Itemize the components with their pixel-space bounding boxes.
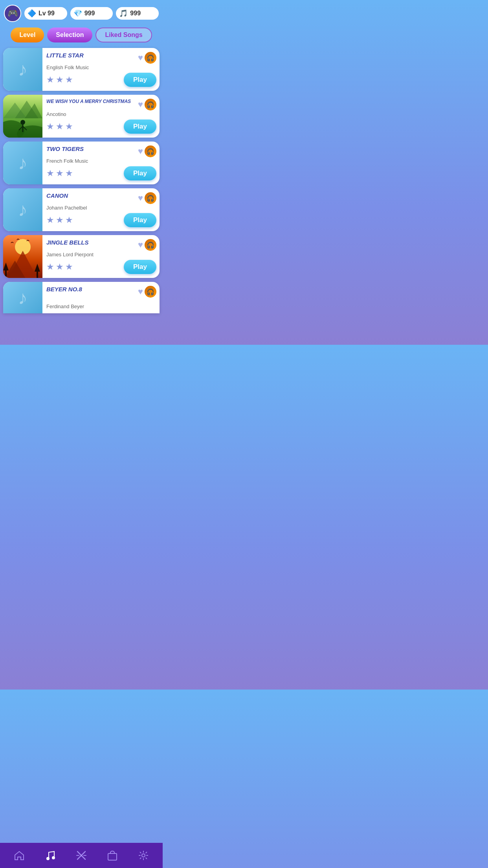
song-title-two-tigers: TWO TIGERS [46, 145, 138, 153]
song-info-little-star: LITTLE STAR ♥ 🎧 English Folk Music ★ ★ ★… [42, 48, 160, 91]
song-title-jingle-bells: JINGLE BELLS [46, 239, 138, 246]
song-thumb-beyer: ♪ [3, 282, 42, 313]
star-3: ★ [65, 168, 73, 178]
tab-row: Level Selection Liked Songs [0, 25, 163, 48]
headphone-badge[interactable]: 🎧 [145, 52, 156, 64]
headphone-badge-jingle[interactable]: 🎧 [145, 239, 156, 251]
jingle-scene [3, 235, 42, 278]
heart-icon[interactable]: ♥ [138, 53, 143, 63]
play-button-jingle-bells[interactable]: Play [124, 260, 156, 274]
star-2: ★ [56, 75, 64, 85]
svg-point-4 [20, 120, 25, 125]
song-actions-beyer: ♥ 🎧 [138, 286, 156, 298]
star-3: ★ [65, 262, 73, 272]
song-artist-beyer: Ferdinand Beyer [46, 303, 156, 309]
song-thumb-we-wish [3, 95, 42, 138]
song-actions-canon: ♥ 🎧 [138, 192, 156, 204]
heart-icon-jingle[interactable]: ♥ [138, 240, 143, 250]
star-1: ★ [46, 168, 54, 178]
song-bottom-row-tigers: ★ ★ ★ Play [46, 166, 156, 180]
star-2: ★ [56, 121, 64, 132]
song-bottom-row-jingle: ★ ★ ★ Play [46, 260, 156, 274]
song-card-jingle-bells: JINGLE BELLS ♥ 🎧 James Lord Pierpont ★ ★… [3, 235, 160, 278]
tab-level[interactable]: Level [11, 28, 44, 42]
gems-pill: 💎 999 [70, 7, 113, 20]
song-artist-we-wish: Ancotino [46, 111, 156, 117]
coins-icon: 🎵 [119, 9, 128, 18]
heart-icon-beyer[interactable]: ♥ [138, 287, 143, 297]
star-1: ★ [46, 121, 54, 132]
song-bottom-row-canon: ★ ★ ★ Play [46, 213, 156, 227]
song-card-beyer: ♪ BEYER NO.8 ♥ 🎧 Ferdinand Beyer [3, 282, 160, 313]
song-thumb-little-star: ♪ [3, 48, 42, 91]
song-top-row-beyer: BEYER NO.8 ♥ 🎧 [46, 286, 156, 298]
song-actions-jingle: ♥ 🎧 [138, 239, 156, 251]
play-button-little-star[interactable]: Play [124, 73, 156, 87]
christmas-scene [3, 95, 42, 138]
song-artist-two-tigers: French Folk Music [46, 158, 156, 164]
song-info-beyer: BEYER NO.8 ♥ 🎧 Ferdinand Beyer [42, 282, 160, 313]
stars-tigers: ★ ★ ★ [46, 168, 73, 178]
music-note-icon: ♪ [18, 59, 28, 80]
star-3: ★ [65, 121, 73, 132]
song-actions: ♥ 🎧 [138, 52, 156, 64]
song-actions-tigers: ♥ 🎧 [138, 145, 156, 157]
tab-liked[interactable]: Liked Songs [95, 28, 152, 42]
song-info-we-wish: WE WISH YOU A MERRY CHRISTMAS ♥ 🎧 Ancoti… [42, 95, 160, 138]
gems-icon: 💎 [73, 9, 82, 18]
song-card-two-tigers: ♪ TWO TIGERS ♥ 🎧 French Folk Music ★ ★ ★… [3, 142, 160, 184]
music-note-icon-tigers: ♪ [18, 152, 28, 174]
song-title-little-star: LITTLE STAR [46, 52, 138, 59]
song-artist-little-star: English Folk Music [46, 64, 156, 70]
song-top-row-we-wish: WE WISH YOU A MERRY CHRISTMAS ♥ 🎧 [46, 99, 156, 110]
stars-canon: ★ ★ ★ [46, 215, 73, 225]
song-thumb-jingle-bells [3, 235, 42, 278]
play-button-canon[interactable]: Play [124, 213, 156, 227]
song-card-canon: ♪ CANON ♥ 🎧 Johann Pachelbel ★ ★ ★ Play [3, 188, 160, 231]
song-title-canon: CANON [46, 192, 138, 199]
play-button-we-wish[interactable]: Play [124, 120, 156, 134]
star-2: ★ [56, 262, 64, 272]
headphone-badge-we-wish[interactable]: 🎧 [145, 99, 156, 110]
heart-icon-canon[interactable]: ♥ [138, 193, 143, 203]
star-1: ★ [46, 215, 54, 225]
song-card-little-star: ♪ LITTLE STAR ♥ 🎧 English Folk Music ★ ★… [3, 48, 160, 91]
avatar[interactable]: 🎮 [4, 5, 21, 22]
song-bottom-row: ★ ★ ★ Play [46, 73, 156, 87]
top-bar: 🎮 🔷 Lv 99 💎 999 🎵 999 [0, 0, 163, 25]
tab-selection[interactable]: Selection [47, 28, 92, 42]
star-1: ★ [46, 262, 54, 272]
song-artist-canon: Johann Pachelbel [46, 205, 156, 211]
song-info-jingle-bells: JINGLE BELLS ♥ 🎧 James Lord Pierpont ★ ★… [42, 235, 160, 278]
song-list: ♪ LITTLE STAR ♥ 🎧 English Folk Music ★ ★… [0, 48, 163, 317]
song-thumb-canon: ♪ [3, 188, 42, 231]
song-top-row: LITTLE STAR ♥ 🎧 [46, 52, 156, 64]
stars-jingle: ★ ★ ★ [46, 262, 73, 272]
song-top-row-jingle: JINGLE BELLS ♥ 🎧 [46, 239, 156, 251]
headphone-badge-beyer[interactable]: 🎧 [145, 286, 156, 298]
song-bottom-row-we-wish: ★ ★ ★ Play [46, 120, 156, 134]
song-thumb-two-tigers: ♪ [3, 142, 42, 184]
headphone-badge-canon[interactable]: 🎧 [145, 192, 156, 204]
song-actions-we-wish: ♥ 🎧 [138, 99, 156, 110]
headphone-badge-tigers[interactable]: 🎧 [145, 145, 156, 157]
star-2: ★ [56, 215, 64, 225]
level-icon: 🔷 [28, 9, 36, 18]
heart-icon-tigers[interactable]: ♥ [138, 146, 143, 156]
star-3: ★ [65, 75, 73, 85]
star-3: ★ [65, 215, 73, 225]
song-top-row-canon: CANON ♥ 🎧 [46, 192, 156, 204]
play-button-two-tigers[interactable]: Play [124, 166, 156, 180]
heart-icon-we-wish[interactable]: ♥ [138, 99, 143, 110]
song-artist-jingle-bells: James Lord Pierpont [46, 252, 156, 257]
stars-we-wish: ★ ★ ★ [46, 121, 73, 132]
song-info-two-tigers: TWO TIGERS ♥ 🎧 French Folk Music ★ ★ ★ P… [42, 142, 160, 184]
level-value: Lv 99 [39, 10, 55, 17]
song-top-row-tigers: TWO TIGERS ♥ 🎧 [46, 145, 156, 157]
music-note-icon-canon: ♪ [18, 199, 28, 221]
song-card-we-wish: WE WISH YOU A MERRY CHRISTMAS ♥ 🎧 Ancoti… [3, 95, 160, 138]
gems-value: 999 [84, 10, 95, 17]
music-note-icon-beyer: ♪ [18, 287, 28, 309]
level-pill: 🔷 Lv 99 [24, 7, 67, 20]
song-info-canon: CANON ♥ 🎧 Johann Pachelbel ★ ★ ★ Play [42, 188, 160, 231]
